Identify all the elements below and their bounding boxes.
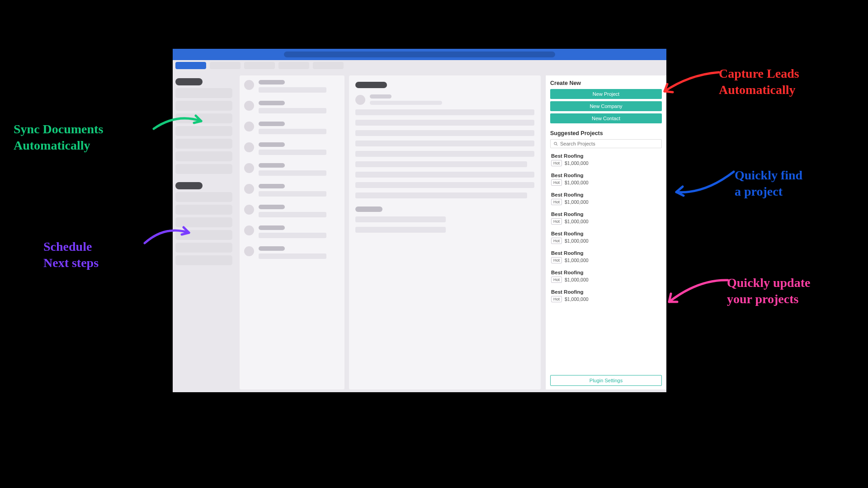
project-row[interactable]: Best RoofingHot$1,000,000: [550, 228, 662, 247]
new-project-button[interactable]: New Project: [550, 89, 662, 99]
svg-point-0: [554, 142, 557, 145]
annotation-capture-leads: Capture Leads Automatically: [719, 66, 799, 99]
new-company-button[interactable]: New Company: [550, 101, 662, 111]
avatar: [244, 163, 254, 173]
project-row[interactable]: Best RoofingHot$1,000,000: [550, 286, 662, 305]
project-stage-badge: Hot: [551, 199, 562, 205]
app-body: Create New New Project New Company New C…: [173, 73, 666, 392]
project-row[interactable]: Best RoofingHot$1,000,000: [550, 189, 662, 208]
ribbon-tab[interactable]: [244, 62, 275, 69]
annotation-update-projects: Quickly update your projects: [727, 275, 810, 308]
ribbon-tab-active[interactable]: [175, 62, 206, 69]
app-window: Create New New Project New Company New C…: [173, 49, 666, 392]
list-item[interactable]: [244, 142, 340, 155]
project-row[interactable]: Best RoofingHot$1,000,000: [550, 150, 662, 169]
avatar: [244, 246, 254, 256]
list-item[interactable]: [244, 246, 340, 259]
project-name: Best Roofing: [551, 250, 661, 256]
sidebar-item[interactable]: [175, 255, 232, 265]
body-line: [355, 151, 534, 157]
project-amount: $1,000,000: [565, 219, 589, 224]
project-stage-badge: Hot: [551, 238, 562, 244]
body-line: [355, 130, 534, 136]
body-line: [355, 227, 446, 233]
avatar: [244, 122, 254, 131]
project-amount: $1,000,000: [565, 160, 589, 166]
sidebar-section-heading: [175, 78, 203, 85]
avatar: [355, 95, 365, 105]
body-line: [355, 120, 534, 126]
list-item[interactable]: [244, 80, 340, 93]
project-stage-badge: Hot: [551, 218, 562, 225]
new-contact-button[interactable]: New Contact: [550, 113, 662, 123]
arrow-icon: [140, 221, 199, 249]
project-name: Best Roofing: [551, 231, 661, 236]
ribbon-tab[interactable]: [210, 62, 241, 69]
avatar: [244, 184, 254, 194]
avatar: [244, 101, 254, 111]
list-item[interactable]: [244, 163, 340, 176]
sidebar-item[interactable]: [175, 164, 232, 174]
project-row[interactable]: Best RoofingHot$1,000,000: [550, 267, 662, 286]
project-stage-badge: Hot: [551, 179, 562, 186]
search-projects-input[interactable]: [550, 139, 662, 148]
body-line: [355, 192, 527, 198]
avatar: [244, 142, 254, 152]
body-line: [355, 141, 534, 146]
window-titlebar: [173, 49, 666, 60]
project-stage-badge: Hot: [551, 257, 562, 263]
create-new-heading: Create New: [550, 80, 662, 86]
project-row[interactable]: Best RoofingHot$1,000,000: [550, 169, 662, 189]
project-stage-badge: Hot: [551, 277, 562, 283]
body-line: [355, 109, 534, 115]
plugin-settings-button[interactable]: Plugin Settings: [550, 375, 662, 386]
avatar: [244, 225, 254, 235]
body-line: [355, 172, 534, 178]
search-projects-field[interactable]: [560, 141, 659, 146]
project-amount: $1,000,000: [565, 199, 589, 205]
titlebar-search-placeholder[interactable]: [284, 52, 555, 57]
ribbon-tab[interactable]: [313, 62, 344, 69]
project-row[interactable]: Best RoofingHot$1,000,000: [550, 208, 662, 228]
list-item[interactable]: [244, 184, 340, 197]
sidebar-item[interactable]: [175, 88, 232, 98]
body-line: [355, 216, 446, 222]
body-line: [355, 161, 527, 167]
project-name: Best Roofing: [551, 211, 661, 217]
svg-line-1: [557, 144, 558, 145]
project-amount: $1,000,000: [565, 180, 589, 185]
plugin-panel: Create New New Project New Company New C…: [545, 75, 666, 389]
list-item[interactable]: [244, 101, 340, 113]
sidebar-item[interactable]: [175, 139, 232, 149]
ribbon-tabs: [173, 60, 666, 73]
suggested-projects-list: Best RoofingHot$1,000,000Best RoofingHot…: [550, 150, 662, 373]
project-amount: $1,000,000: [565, 296, 589, 302]
list-item[interactable]: [244, 225, 340, 238]
arrow-icon: [668, 167, 738, 201]
project-amount: $1,000,000: [565, 238, 589, 244]
project-stage-badge: Hot: [551, 160, 562, 166]
arrow-icon: [656, 68, 723, 99]
project-name: Best Roofing: [551, 192, 661, 197]
project-stage-badge: Hot: [551, 296, 562, 302]
sidebar-item[interactable]: [175, 205, 232, 215]
search-icon: [553, 141, 558, 146]
sidebar-item[interactable]: [175, 192, 232, 202]
sidebar-item[interactable]: [175, 151, 232, 161]
reading-pane: [349, 75, 541, 389]
list-item[interactable]: [244, 205, 340, 217]
section-heading-placeholder: [355, 206, 382, 212]
arrow-icon: [660, 275, 732, 311]
project-amount: $1,000,000: [565, 277, 589, 282]
suggested-projects-heading: Suggested Projects: [550, 130, 662, 136]
list-item[interactable]: [244, 122, 340, 134]
ribbon-tab[interactable]: [278, 62, 309, 69]
project-row[interactable]: Best RoofingHot$1,000,000: [550, 247, 662, 267]
sidebar-section-heading: [175, 182, 203, 189]
annotation-sync-docs: Sync Documents Automatically: [14, 121, 103, 154]
project-name: Best Roofing: [551, 153, 661, 159]
message-list: [240, 75, 344, 389]
avatar: [244, 80, 254, 90]
avatar: [244, 205, 254, 215]
project-name: Best Roofing: [551, 289, 661, 295]
